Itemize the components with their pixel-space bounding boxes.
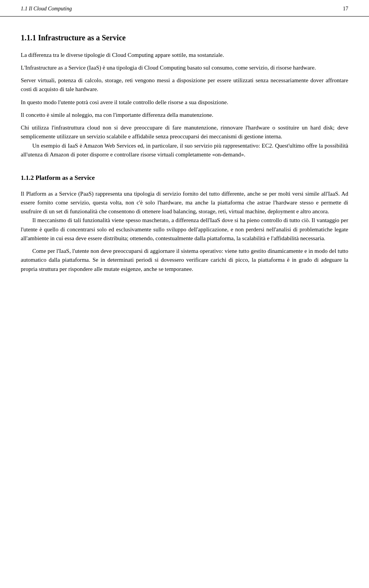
chapter-header-label: 1.1 Il Cloud Computing: [21, 5, 72, 13]
section-1-1-2-para-1: Il Platform as a Service (PaaS) rapprese…: [21, 189, 348, 216]
page-number: 17: [343, 5, 348, 13]
section-1-1-2-para-2: Il meccanismo di tali funzionalità viene…: [21, 216, 348, 243]
section-1-1-2: 1.1.2 Platform as a Service Il Platform …: [21, 173, 348, 274]
section-1-1-2-title: 1.1.2 Platform as a Service: [21, 173, 348, 183]
section-1-1-1-para-7: Un esempio di IaaS è Amazon Web Services…: [21, 141, 348, 159]
section-1-1-1-para-5: Il concetto è simile al noleggio, ma con…: [21, 111, 348, 120]
section-1-1-1-para-6: Chi utilizza l'infrastruttura cloud non …: [21, 123, 348, 141]
section-1-1-1-para-3: Server virtuali, potenza di calcolo, sto…: [21, 76, 348, 94]
section-1-1-1-title: 1.1.1 Infrastructure as a Service: [21, 32, 348, 44]
page-header: 1.1 Il Cloud Computing 17: [0, 0, 369, 17]
section-1-1-1-para-1: La differenza tra le diverse tipologie d…: [21, 51, 348, 60]
section-1-1-1-para-2: L'Infrastructure as a Service (IaaS) è u…: [21, 63, 348, 72]
section-1-1-1: 1.1.1 Infrastructure as a Service La dif…: [21, 32, 348, 159]
page: 1.1 Il Cloud Computing 17 1.1.1 Infrastr…: [0, 0, 369, 588]
section-1-1-1-para-4: In questo modo l'utente potrà così avere…: [21, 98, 348, 107]
section-1-1-2-para-3: Come per l'IaaS, l'utente non deve preoc…: [21, 247, 348, 274]
page-content: 1.1.1 Infrastructure as a Service La dif…: [0, 17, 369, 289]
